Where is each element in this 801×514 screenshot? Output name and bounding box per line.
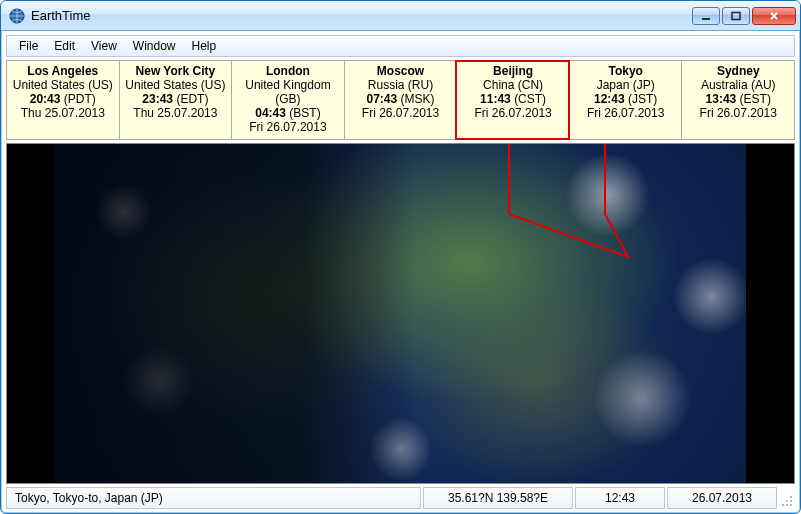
clock-city: Sydney bbox=[684, 64, 792, 78]
clock-panel: Los AngelesUnited States (US)20:43 (PDT)… bbox=[6, 60, 795, 140]
clock-date: Fri 26.07.2013 bbox=[234, 120, 342, 134]
close-button[interactable] bbox=[752, 7, 796, 25]
clock-cell[interactable]: BeijingChina (CN)11:43 (CST)Fri 26.07.20… bbox=[456, 61, 569, 139]
svg-point-7 bbox=[786, 504, 788, 506]
status-coords: 35.61?N 139.58?E bbox=[423, 487, 573, 509]
clock-city: Tokyo bbox=[572, 64, 680, 78]
svg-point-4 bbox=[786, 500, 788, 502]
clock-date: Fri 26.07.2013 bbox=[684, 106, 792, 120]
clock-time: 04:43 (BST) bbox=[234, 106, 342, 120]
clock-city: Beijing bbox=[459, 64, 567, 78]
window-buttons bbox=[692, 7, 796, 25]
status-date: 26.07.2013 bbox=[667, 487, 777, 509]
clock-time: 23:43 (EDT) bbox=[122, 92, 230, 106]
clock-country: Japan (JP) bbox=[572, 78, 680, 92]
window-title: EarthTime bbox=[31, 8, 692, 23]
menu-view[interactable]: View bbox=[83, 37, 125, 55]
clock-country: United Kingdom (GB) bbox=[234, 78, 342, 106]
clock-city: Los Angeles bbox=[9, 64, 117, 78]
svg-point-5 bbox=[790, 500, 792, 502]
clock-country: China (CN) bbox=[459, 78, 567, 92]
titlebar[interactable]: EarthTime bbox=[1, 1, 800, 31]
clock-time: 13:43 (EST) bbox=[684, 92, 792, 106]
clock-cell[interactable]: LondonUnited Kingdom (GB)04:43 (BST)Fri … bbox=[231, 61, 344, 139]
svg-point-8 bbox=[790, 504, 792, 506]
statusbar: Tokyo, Tokyo-to, Japan (JP) 35.61?N 139.… bbox=[6, 487, 795, 509]
menubar: File Edit View Window Help bbox=[6, 35, 795, 57]
clock-date: Fri 26.07.2013 bbox=[459, 106, 567, 120]
clock-country: United States (US) bbox=[9, 78, 117, 92]
clock-date: Fri 26.07.2013 bbox=[347, 106, 455, 120]
clock-cell[interactable]: MoscowRussia (RU)07:43 (MSK)Fri 26.07.20… bbox=[344, 61, 457, 139]
clock-city: Moscow bbox=[347, 64, 455, 78]
clock-country: Australia (AU) bbox=[684, 78, 792, 92]
clock-country: Russia (RU) bbox=[347, 78, 455, 92]
clock-city: New York City bbox=[122, 64, 230, 78]
clock-cell[interactable]: TokyoJapan (JP)12:43 (JST)Fri 26.07.2013 bbox=[569, 61, 682, 139]
svg-point-3 bbox=[790, 496, 792, 498]
clock-cell[interactable]: New York CityUnited States (US)23:43 (ED… bbox=[119, 61, 232, 139]
world-map[interactable] bbox=[6, 143, 795, 484]
map-projection bbox=[55, 144, 746, 483]
clock-time: 11:43 (CST) bbox=[459, 92, 567, 106]
menu-file[interactable]: File bbox=[11, 37, 46, 55]
maximize-button[interactable] bbox=[722, 7, 750, 25]
minimize-button[interactable] bbox=[692, 7, 720, 25]
clock-time: 12:43 (JST) bbox=[572, 92, 680, 106]
clock-time: 07:43 (MSK) bbox=[347, 92, 455, 106]
status-time: 12:43 bbox=[575, 487, 665, 509]
clock-time: 20:43 (PDT) bbox=[9, 92, 117, 106]
menu-help[interactable]: Help bbox=[184, 37, 225, 55]
status-location: Tokyo, Tokyo-to, Japan (JP) bbox=[6, 487, 421, 509]
menu-window[interactable]: Window bbox=[125, 37, 184, 55]
clock-date: Thu 25.07.2013 bbox=[9, 106, 117, 120]
clock-cell[interactable]: SydneyAustralia (AU)13:43 (EST)Fri 26.07… bbox=[681, 61, 794, 139]
clock-date: Thu 25.07.2013 bbox=[122, 106, 230, 120]
clock-cell[interactable]: Los AngelesUnited States (US)20:43 (PDT)… bbox=[7, 61, 119, 139]
svg-rect-2 bbox=[732, 12, 740, 19]
clock-country: United States (US) bbox=[122, 78, 230, 92]
app-icon bbox=[9, 8, 25, 24]
resize-grip[interactable] bbox=[779, 487, 795, 509]
svg-point-6 bbox=[782, 504, 784, 506]
menu-edit[interactable]: Edit bbox=[46, 37, 83, 55]
svg-rect-1 bbox=[702, 18, 710, 20]
clock-date: Fri 26.07.2013 bbox=[572, 106, 680, 120]
app-window: EarthTime File Edit View Window Help Los… bbox=[0, 0, 801, 514]
clock-city: London bbox=[234, 64, 342, 78]
